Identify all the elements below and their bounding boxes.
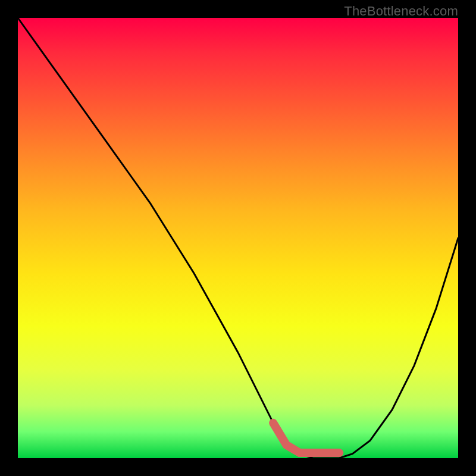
highlight-segment (273, 423, 339, 453)
chart-frame: TheBottleneck.com (0, 0, 476, 476)
bottleneck-curve-path (18, 18, 458, 458)
watermark-text: TheBottleneck.com (344, 4, 458, 19)
plot-area (18, 18, 458, 458)
curve-svg (18, 18, 458, 458)
